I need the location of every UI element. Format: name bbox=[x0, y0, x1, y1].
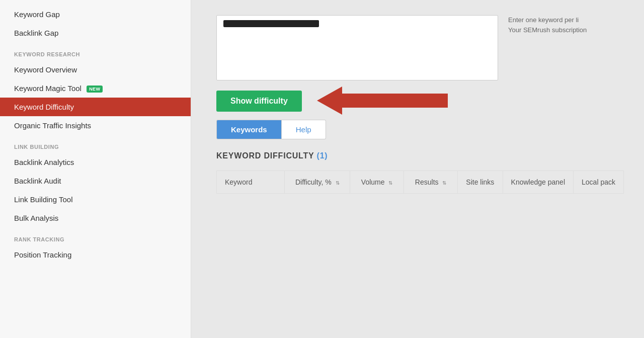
col-header-difficulty[interactable]: Difficulty, % ⇅ bbox=[285, 171, 350, 194]
sidebar-section-rank-tracking: RANK TRACKING bbox=[0, 227, 191, 245]
show-difficulty-button[interactable]: Show difficulty bbox=[216, 91, 302, 112]
col-header-keyword: Keyword bbox=[217, 171, 285, 194]
sidebar-item-link-building-tool[interactable]: Link Building Tool bbox=[0, 190, 191, 209]
sidebar-item-keyword-difficulty[interactable]: Keyword Difficulty bbox=[0, 98, 191, 116]
sidebar-item-backlink-gap[interactable]: Backlink Gap bbox=[0, 24, 191, 42]
sidebar-item-backlink-analytics[interactable]: Backlink Analytics bbox=[0, 153, 191, 172]
sort-icon-difficulty: ⇅ bbox=[336, 180, 340, 186]
sidebar-item-organic-traffic-insights[interactable]: Organic Traffic Insights bbox=[0, 116, 191, 135]
sidebar-item-bulk-analysis[interactable]: Bulk Analysis bbox=[0, 209, 191, 227]
col-header-knowledge-panel: Knowledge panel bbox=[503, 171, 573, 194]
annotation-arrow bbox=[317, 87, 448, 115]
main-content: <span class="redacted-bar"></span> Enter… bbox=[191, 0, 644, 338]
textarea-row: <span class="redacted-bar"></span> Enter… bbox=[216, 15, 624, 80]
tab-help[interactable]: Help bbox=[282, 120, 326, 139]
sidebar: Keyword Gap Backlink Gap KEYWORD RESEARC… bbox=[0, 0, 191, 338]
section-heading: KEYWORD DIFFICULTY (1) bbox=[216, 151, 624, 160]
col-header-local-pack: Local pack bbox=[574, 171, 624, 194]
col-header-sitelinks: Site links bbox=[458, 171, 503, 194]
col-header-results[interactable]: Results ⇅ bbox=[404, 171, 458, 194]
tab-keywords[interactable]: Keywords bbox=[216, 120, 282, 139]
sort-icon-volume: ⇅ bbox=[388, 180, 392, 186]
sidebar-item-backlink-audit[interactable]: Backlink Audit bbox=[0, 172, 191, 190]
sidebar-item-keyword-gap[interactable]: Keyword Gap bbox=[0, 5, 191, 24]
col-header-volume[interactable]: Volume ⇅ bbox=[350, 171, 404, 194]
sidebar-item-keyword-overview[interactable]: Keyword Overview bbox=[0, 60, 191, 79]
new-badge: NEW bbox=[87, 86, 103, 93]
sort-icon-results: ⇅ bbox=[442, 180, 446, 186]
results-table: Keyword Difficulty, % ⇅ Volume ⇅ Results… bbox=[216, 171, 624, 194]
sidebar-section-keyword-research: KEYWORD RESEARCH bbox=[0, 42, 191, 60]
sidebar-item-keyword-magic-tool[interactable]: Keyword Magic Tool NEW bbox=[0, 79, 191, 98]
result-count: (1) bbox=[317, 151, 328, 160]
textarea-hint: Enter one keyword per li Your SEMrush su… bbox=[508, 15, 587, 35]
keyword-input[interactable]: <span class="redacted-bar"></span> bbox=[216, 15, 498, 80]
sidebar-item-position-tracking[interactable]: Position Tracking bbox=[0, 245, 191, 264]
buttons-row: Show difficulty bbox=[216, 91, 624, 112]
sidebar-section-link-building: LINK BUILDING bbox=[0, 135, 191, 153]
tabs-row: Keywords Help bbox=[216, 120, 624, 139]
